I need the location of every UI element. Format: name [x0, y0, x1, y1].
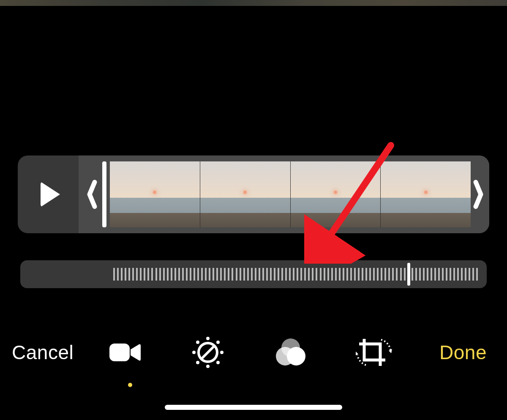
timeline-frame: [110, 161, 200, 227]
svg-point-7: [220, 351, 224, 354]
tool-adjust[interactable]: [189, 333, 227, 371]
home-indicator[interactable]: [165, 405, 342, 410]
editor-toolbar: Cancel: [0, 327, 507, 378]
timeline-frame: [290, 161, 381, 227]
speed-slider[interactable]: [20, 260, 487, 288]
timeline-frames[interactable]: [110, 161, 471, 227]
svg-point-5: [206, 365, 210, 368]
slider-ticks: [113, 266, 478, 282]
cancel-button[interactable]: Cancel: [12, 341, 74, 364]
video-icon: [109, 341, 141, 364]
video-trim-bar: [18, 155, 489, 233]
svg-point-4: [206, 337, 210, 340]
svg-point-8: [196, 341, 199, 344]
play-button[interactable]: [18, 155, 79, 233]
svg-line-3: [202, 346, 214, 359]
active-tool-indicator: [128, 383, 132, 387]
timeline-frame: [380, 161, 471, 227]
trim-handle-left[interactable]: [86, 161, 97, 227]
crop-icon: [356, 335, 392, 369]
video-preview-edge: [0, 0, 507, 6]
trim-track[interactable]: [79, 155, 489, 233]
trim-handle-right[interactable]: [473, 161, 484, 227]
svg-point-10: [196, 361, 199, 364]
tool-crop[interactable]: [355, 333, 393, 371]
slider-thumb[interactable]: [407, 263, 410, 286]
filters-icon: [275, 338, 306, 367]
svg-rect-1: [109, 344, 130, 361]
svg-point-14: [287, 347, 305, 365]
svg-point-6: [192, 351, 196, 354]
svg-point-11: [216, 361, 220, 364]
tool-filters[interactable]: [272, 333, 310, 371]
play-icon: [41, 182, 60, 207]
svg-point-9: [216, 341, 220, 344]
done-button[interactable]: Done: [439, 341, 487, 364]
trim-start-marker[interactable]: [102, 161, 106, 227]
tool-icons-row: [106, 333, 393, 371]
timeline-frame: [200, 161, 290, 227]
tool-video[interactable]: [106, 333, 144, 371]
adjust-icon: [191, 336, 224, 369]
